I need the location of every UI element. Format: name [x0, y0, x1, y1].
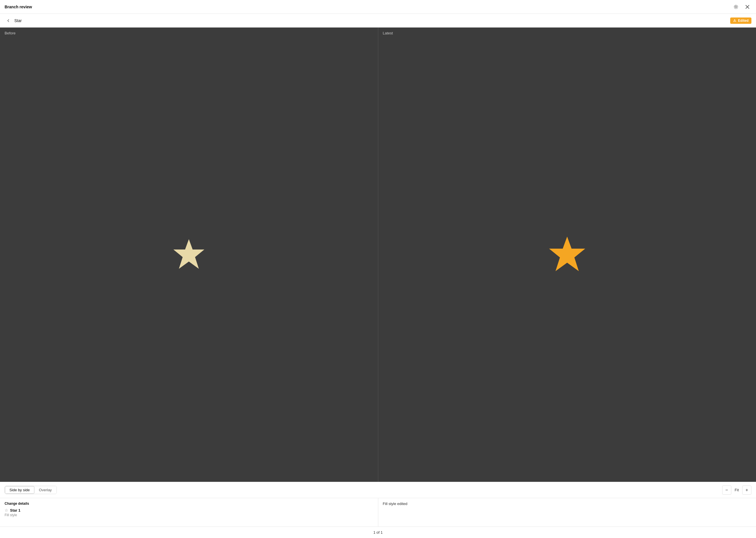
change-details-left: Change details ☆ Star 1 Fill style: [0, 498, 378, 526]
back-arrow-icon: [6, 18, 11, 23]
latest-panel: Latest: [378, 27, 756, 482]
overlay-button[interactable]: Overlay: [34, 486, 57, 494]
sub-header-left: Star: [5, 17, 22, 25]
debug-icon: [733, 4, 738, 10]
before-star: [172, 238, 206, 272]
latest-label: Latest: [383, 31, 393, 35]
change-item: ☆ Star 1: [5, 508, 373, 512]
title-bar-actions: [732, 3, 751, 11]
app-title: Branch review: [5, 5, 32, 9]
star-outline-icon: ☆: [5, 508, 8, 512]
zoom-out-button[interactable]: −: [722, 486, 732, 495]
pagination-text: 1 of 1: [373, 530, 383, 535]
before-panel-content: [0, 27, 378, 482]
zoom-fit-label: Fit: [732, 488, 741, 492]
fill-style-edited-text: Fill style edited: [383, 502, 407, 506]
bottom-toolbar: Side by side Overlay − Fit +: [0, 482, 756, 498]
change-item-sub: Fill style: [5, 513, 373, 517]
zoom-in-button[interactable]: +: [742, 486, 751, 495]
zoom-controls: − Fit +: [722, 486, 751, 495]
comparison-area: Before Latest: [0, 27, 756, 482]
edited-badge: ⚠ Edited: [730, 18, 751, 24]
latest-panel-content: [378, 27, 756, 482]
item-name: Star: [14, 18, 22, 23]
svg-point-0: [735, 6, 737, 8]
change-details-header: Change details: [5, 502, 373, 506]
view-toggle: Side by side Overlay: [5, 486, 57, 494]
edited-label: Edited: [738, 19, 748, 23]
svg-marker-4: [549, 237, 585, 271]
sub-header: Star ⚠ Edited: [0, 14, 756, 27]
svg-marker-3: [173, 239, 204, 269]
debug-button[interactable]: [732, 3, 740, 11]
change-item-name: Star 1: [10, 508, 20, 512]
before-panel: Before: [0, 27, 378, 482]
before-label: Before: [5, 31, 16, 35]
change-details-area: Change details ☆ Star 1 Fill style Fill …: [0, 498, 756, 526]
change-details-right: Fill style edited: [378, 498, 756, 526]
side-by-side-button[interactable]: Side by side: [5, 486, 34, 494]
back-button[interactable]: [5, 17, 12, 25]
warning-icon: ⚠: [733, 19, 736, 23]
close-icon: [745, 5, 749, 9]
latest-star: [547, 235, 587, 275]
footer: 1 of 1: [0, 526, 756, 538]
title-bar: Branch review: [0, 0, 756, 14]
close-button[interactable]: [743, 3, 751, 11]
